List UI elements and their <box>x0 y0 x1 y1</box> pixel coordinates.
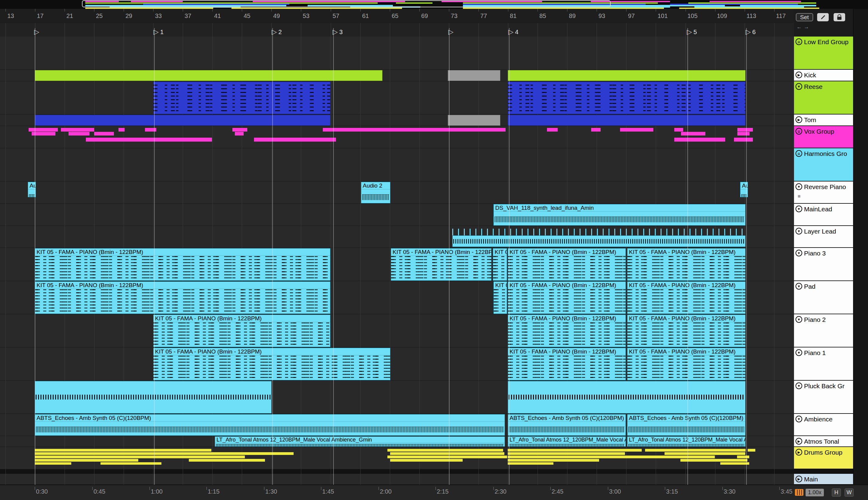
track-name: Piano 3 <box>804 249 826 257</box>
track-name: Ambience <box>804 415 832 423</box>
track-header[interactable]: ▶Drums Group <box>794 447 853 469</box>
track-header[interactable]: ▶Main <box>794 474 853 485</box>
track-header[interactable]: ▼Piano 3 <box>794 248 853 281</box>
track-header[interactable]: ≡Harmonics Gro <box>794 148 853 181</box>
track-name: MainLead <box>804 205 832 213</box>
time-label: 1:15 <box>208 488 220 495</box>
track-header[interactable]: ▼Piano 2 <box>794 314 853 348</box>
fold-icon[interactable]: ▼ <box>796 183 802 190</box>
time-tick <box>35 487 35 490</box>
track-header[interactable]: ▼Reverse Piano≡ <box>794 181 853 204</box>
track-name: Layer Lead <box>804 227 836 235</box>
time-tick <box>779 487 780 490</box>
time-tick <box>264 487 264 490</box>
track-header[interactable]: ▼Reese <box>794 81 853 114</box>
time-ruler[interactable]: 0:300:451:001:151:301:452:002:152:302:45… <box>0 485 794 500</box>
track-name: Atmos Tonal <box>804 437 839 445</box>
time-tick <box>321 487 321 490</box>
fold-icon[interactable]: ▼ <box>796 316 802 323</box>
time-label: 1:30 <box>265 488 277 495</box>
track-header[interactable]: ≡Low End Group <box>794 36 853 70</box>
fold-icon[interactable]: ▼ <box>796 228 802 235</box>
fold-icon[interactable]: ▼ <box>796 349 802 356</box>
fold-icon[interactable]: ▼ <box>796 283 802 289</box>
track-header[interactable]: ▼Pad <box>794 281 853 314</box>
time-label: 3:15 <box>666 488 678 495</box>
track-header[interactable]: ▼Piano 1 <box>794 348 853 380</box>
zoom-height-button[interactable]: H <box>832 488 841 497</box>
track-name: Drums Group <box>804 448 842 456</box>
track-name: Piano 1 <box>804 349 826 356</box>
automation-lanes-icon[interactable]: ≡ <box>798 194 800 199</box>
time-label: 2:00 <box>380 488 392 495</box>
time-label: 0:30 <box>36 488 48 495</box>
time-tick <box>206 487 207 490</box>
time-tick <box>722 487 723 490</box>
time-label: 2:30 <box>495 488 506 495</box>
track-header[interactable]: ▶Tom <box>794 114 853 126</box>
track-name: Kick <box>804 71 816 79</box>
time-label: 3:00 <box>609 488 621 495</box>
track-header[interactable]: ▼Pluck Back Gr <box>794 380 853 414</box>
track-name: Tom <box>804 116 816 124</box>
status-bar: 1.00x H W <box>794 485 868 500</box>
time-label: 0:45 <box>93 488 105 495</box>
play-icon[interactable]: ▶ <box>796 438 802 445</box>
time-label: 3:45 <box>780 488 792 495</box>
track-name: Pad <box>804 282 815 290</box>
track-name: Harmonics Gro <box>804 149 847 157</box>
track-header[interactable]: ▶Atmos Tonal <box>794 436 853 447</box>
track-name: Pluck Back Gr <box>804 382 845 390</box>
time-label: 1:00 <box>151 488 163 495</box>
time-tick <box>92 487 93 490</box>
fold-icon[interactable]: ▼ <box>796 416 802 422</box>
group-icon[interactable]: ≡ <box>796 150 802 157</box>
time-tick <box>493 487 494 490</box>
track-header[interactable]: ▼MainLead <box>794 204 853 226</box>
fold-icon[interactable]: ▼ <box>796 383 802 389</box>
track-name: Vox Group <box>804 127 834 135</box>
time-label: 2:15 <box>437 488 449 495</box>
play-icon[interactable]: ▶ <box>796 476 802 482</box>
track-name: Reese <box>804 82 823 90</box>
time-label: 1:45 <box>322 488 334 495</box>
track-header[interactable]: ▶Kick <box>794 70 853 81</box>
group-icon[interactable]: ≡ <box>796 128 802 135</box>
time-label: 2:45 <box>551 488 563 495</box>
time-tick <box>665 487 665 490</box>
play-icon[interactable]: ▶ <box>796 71 802 78</box>
fold-icon[interactable]: ▼ <box>796 83 802 90</box>
track-header[interactable]: ≡Vox Group <box>794 126 853 148</box>
fold-icon[interactable]: ▼ <box>796 250 802 257</box>
zoom-level-chip[interactable]: 1.00x <box>806 489 824 496</box>
zoom-width-button[interactable]: W <box>845 488 854 497</box>
time-tick <box>435 487 436 490</box>
track-name: Piano 2 <box>804 316 826 323</box>
track-header-column: ≡Low End Group▶Kick▼Reese▶Tom≡Vox Group≡… <box>0 0 868 500</box>
track-name: Main <box>804 475 818 483</box>
track-name: Low End Group <box>804 38 848 46</box>
track-header[interactable]: ▼Ambience <box>794 414 853 436</box>
play-icon[interactable]: ▶ <box>796 449 802 456</box>
time-tick <box>550 487 551 490</box>
track-header[interactable]: ▼Layer Lead <box>794 226 853 248</box>
ableton-live-arrangement: 1317212529333741454953576165697377818589… <box>0 0 868 500</box>
sidebar-scroll-strip[interactable] <box>853 9 868 485</box>
time-tick <box>608 487 608 490</box>
group-icon[interactable]: ≡ <box>796 38 802 45</box>
play-icon[interactable]: ▶ <box>796 116 802 123</box>
fold-icon[interactable]: ▼ <box>796 206 802 212</box>
time-label: 3:30 <box>724 488 735 495</box>
track-name: Reverse Piano <box>804 183 846 191</box>
midi-keyboard-icon[interactable] <box>795 489 803 496</box>
